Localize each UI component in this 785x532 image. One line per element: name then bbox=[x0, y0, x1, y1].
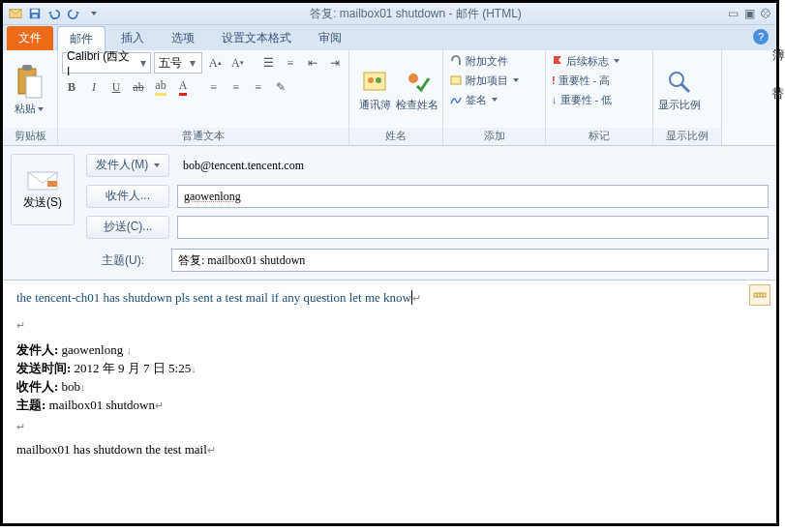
cc-button[interactable]: 抄送(C)... bbox=[86, 216, 169, 239]
app-icon bbox=[7, 5, 24, 22]
maximize-icon[interactable]: ▣ bbox=[744, 7, 755, 20]
subject-field[interactable]: 答复: mailbox01 shutdown bbox=[171, 249, 769, 272]
attach-file-button[interactable]: 附加文件 bbox=[449, 52, 508, 70]
message-body[interactable]: the tencent-ch01 has shutdown pls sent a… bbox=[3, 281, 776, 523]
addressbook-button[interactable]: 通讯簿 bbox=[353, 67, 396, 112]
orig-body: mailbox01 has shutdown the test mail bbox=[16, 442, 207, 457]
window-title: 答复: mailbox01 shutdown - 邮件 (HTML) bbox=[104, 6, 728, 22]
bold-button[interactable]: B bbox=[62, 77, 81, 97]
group-zoom-label: 显示比例 bbox=[653, 128, 721, 145]
tab-file[interactable]: 文件 bbox=[7, 26, 53, 50]
help-icon[interactable]: ? bbox=[753, 29, 769, 44]
svg-point-9 bbox=[376, 77, 381, 83]
numbering-icon[interactable]: ≡ bbox=[281, 53, 300, 73]
zoom-button[interactable]: 显示比例 bbox=[657, 67, 702, 112]
orig-sent-label: 发送时间: bbox=[16, 361, 71, 375]
align-right-icon[interactable]: ≡ bbox=[249, 77, 268, 97]
orig-subj: mailbox01 shutdown bbox=[49, 398, 155, 412]
send-button[interactable]: 发送(S) bbox=[11, 154, 75, 225]
group-clipboard-label: 剪贴板 bbox=[3, 128, 57, 145]
addressbook-label: 通讯簿 bbox=[359, 99, 391, 110]
importance-high-button[interactable]: !重要性 - 高 bbox=[552, 72, 610, 89]
italic-button[interactable]: I bbox=[84, 77, 104, 97]
svg-point-10 bbox=[408, 74, 418, 83]
svg-rect-7 bbox=[364, 73, 385, 90]
signature-button[interactable]: 签名 bbox=[449, 91, 498, 108]
svg-rect-15 bbox=[47, 181, 57, 187]
close-icon[interactable]: ⛒ bbox=[761, 7, 772, 20]
group-add-label: 添加 bbox=[443, 128, 545, 145]
svg-rect-5 bbox=[22, 65, 32, 71]
svg-rect-2 bbox=[32, 10, 39, 14]
checknames-label: 检查姓名 bbox=[396, 99, 438, 110]
font-size-combo[interactable]: 五号▾ bbox=[154, 52, 202, 74]
font-name-combo[interactable]: Calibri (西文I▾ bbox=[62, 52, 151, 74]
tab-insert[interactable]: 插入 bbox=[109, 26, 156, 50]
message-header: 发送(S) 发件人(M) bob@tencent.tencent.com 收件人… bbox=[3, 146, 776, 281]
ribbon-tabs: 文件 邮件 插入 选项 设置文本格式 审阅 ? bbox=[3, 25, 776, 50]
to-field[interactable]: gaowenlong bbox=[177, 185, 769, 208]
checknames-button[interactable]: 检查姓名 bbox=[396, 67, 438, 112]
ruler-icon[interactable] bbox=[749, 284, 770, 306]
tab-options[interactable]: 选项 bbox=[160, 26, 206, 50]
cc-field[interactable] bbox=[177, 216, 769, 239]
orig-sent: 2012 年 9 月 7 日 5:25 bbox=[75, 361, 192, 375]
followup-button[interactable]: 后续标志 bbox=[552, 52, 619, 70]
underline-button[interactable]: U bbox=[106, 77, 126, 97]
paste-label: 粘贴 bbox=[15, 103, 36, 114]
external-text: 簿 bbox=[772, 46, 785, 64]
qat-more-icon[interactable] bbox=[84, 5, 102, 22]
bullets-icon[interactable]: ☰ bbox=[258, 53, 278, 73]
from-button[interactable]: 发件人(M) bbox=[86, 154, 169, 177]
importance-low-button[interactable]: ↓重要性 - 低 bbox=[552, 91, 612, 108]
svg-point-8 bbox=[368, 77, 374, 83]
to-button[interactable]: 收件人... bbox=[86, 185, 169, 208]
align-left-icon[interactable]: ≡ bbox=[204, 77, 224, 97]
redo-icon[interactable] bbox=[65, 5, 82, 22]
svg-rect-3 bbox=[32, 15, 37, 18]
group-names-label: 姓名 bbox=[349, 128, 442, 145]
minimize-icon[interactable]: ▭ bbox=[728, 7, 739, 20]
external-text-2: 替 bbox=[771, 85, 784, 103]
align-center-icon[interactable]: ≡ bbox=[226, 77, 246, 97]
font-color-icon[interactable]: A bbox=[173, 77, 193, 97]
save-icon[interactable] bbox=[26, 5, 44, 22]
svg-line-13 bbox=[681, 84, 689, 92]
paste-button[interactable]: 粘贴 bbox=[7, 63, 51, 116]
highlight-icon[interactable]: ab bbox=[151, 77, 170, 97]
tab-format[interactable]: 设置文本格式 bbox=[210, 26, 303, 50]
orig-from-label: 发件人: bbox=[16, 342, 58, 357]
tab-mail[interactable]: 邮件 bbox=[57, 26, 106, 51]
reply-text: the tencent-ch01 has shutdown pls sent a… bbox=[16, 290, 411, 305]
outdent-icon[interactable]: ⇤ bbox=[303, 53, 322, 73]
svg-rect-11 bbox=[451, 76, 461, 84]
orig-to-label: 收件人: bbox=[16, 379, 58, 394]
attach-item-button[interactable]: 附加项目 bbox=[449, 72, 519, 89]
strike-button[interactable]: ab bbox=[129, 77, 148, 97]
svg-rect-6 bbox=[26, 76, 42, 98]
send-label: 发送(S) bbox=[23, 194, 62, 211]
quick-access-toolbar: 答复: mailbox01 shutdown - 邮件 (HTML) ▭ ▣ ⛒ bbox=[3, 3, 776, 25]
subject-label: 主题(U): bbox=[82, 252, 164, 269]
orig-to: bob bbox=[62, 379, 81, 394]
shrink-font-icon[interactable]: A▾ bbox=[227, 53, 247, 73]
undo-icon[interactable] bbox=[45, 5, 63, 22]
group-tags-label: 标记 bbox=[546, 128, 652, 145]
group-basictext-label: 普通文本 bbox=[58, 128, 348, 145]
indent-icon[interactable]: ⇥ bbox=[325, 53, 345, 73]
tab-review[interactable]: 审阅 bbox=[307, 26, 353, 50]
svg-point-12 bbox=[670, 73, 683, 86]
zoom-label: 显示比例 bbox=[658, 99, 701, 110]
format-painter-icon[interactable]: ✎ bbox=[271, 77, 290, 97]
grow-font-icon[interactable]: A▴ bbox=[205, 53, 225, 73]
orig-from: gaowenlong bbox=[62, 342, 124, 357]
ribbon: 粘贴 剪贴板 Calibri (西文I▾ 五号▾ A▴ A▾ ☰ ≡ ⇤ ⇥ bbox=[3, 50, 776, 146]
orig-subj-label: 主题: bbox=[16, 398, 45, 412]
from-value: bob@tencent.tencent.com bbox=[177, 155, 769, 176]
